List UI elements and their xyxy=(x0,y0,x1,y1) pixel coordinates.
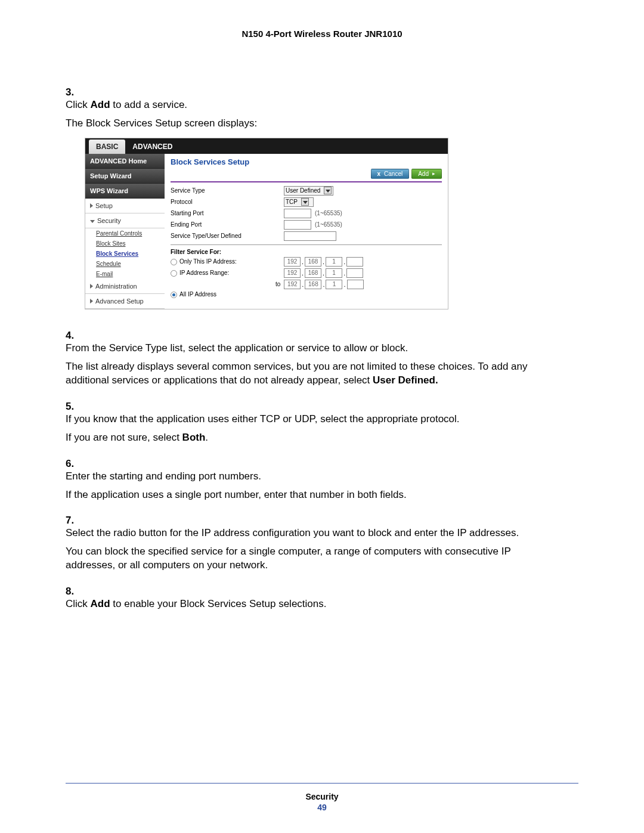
block-services-screenshot: BASIC ADVANCED ADVANCED Home Setup Wizar… xyxy=(85,138,448,309)
label-starting-port: Starting Port xyxy=(171,210,284,216)
step-4: 4. From the Service Type list, select th… xyxy=(66,330,578,392)
row-only-this-ip: Only This IP Address: 192. 168. 1. xyxy=(171,257,442,267)
sidebar-sub-parental-controls[interactable]: Parental Controls xyxy=(85,228,165,239)
ending-port-input[interactable] xyxy=(284,220,311,230)
chevron-right-icon xyxy=(90,203,93,208)
step-6: 6. Enter the starting and ending port nu… xyxy=(66,458,578,507)
sidebar-sub-schedule[interactable]: Schedule xyxy=(85,259,165,269)
sidebar-item-setup[interactable]: Setup xyxy=(85,199,165,213)
ip-octet-input[interactable]: 192 xyxy=(284,280,301,289)
step-text: If the application uses a single port nu… xyxy=(66,488,561,502)
instruction-list: 3. Click Add to add a service. The Block… xyxy=(66,86,578,616)
hint-starting-port: (1~65535) xyxy=(315,210,342,216)
add-button[interactable]: Add ▸ xyxy=(411,169,442,179)
sidebar-item-wps-wizard[interactable]: WPS Wizard xyxy=(85,184,165,199)
step-text: From the Service Type list, select the a… xyxy=(66,342,561,355)
step-number: 6. xyxy=(66,458,81,470)
step-number: 7. xyxy=(66,515,81,527)
starting-port-input[interactable] xyxy=(284,209,311,218)
row-service-type: Service Type User Defined xyxy=(171,186,442,196)
ip-octet-input[interactable]: 1 xyxy=(326,268,342,278)
sidebar-item-security[interactable]: Security xyxy=(85,213,165,228)
dropdown-icon xyxy=(301,198,309,206)
step-text: You can block the specified service for … xyxy=(66,545,561,572)
label-all-ip: All IP Address xyxy=(179,291,216,298)
step-text: Enter the starting and ending port numbe… xyxy=(66,470,561,484)
panel-toolbar: x Cancel Add ▸ xyxy=(171,169,442,179)
label-only-this-ip: Only This IP Address: xyxy=(179,258,237,265)
page-footer: Security 49 xyxy=(66,792,578,812)
sidebar-item-advanced-home[interactable]: ADVANCED Home xyxy=(85,154,165,169)
panel-title: Block Services Setup xyxy=(171,157,442,166)
radio-all-ip[interactable] xyxy=(171,292,177,298)
ip-octet-input[interactable]: 168 xyxy=(305,268,321,278)
divider xyxy=(171,244,442,245)
tab-advanced[interactable]: ADVANCED xyxy=(125,140,179,154)
step-text: Click Add to enable your Block Services … xyxy=(66,597,561,611)
sidebar: ADVANCED Home Setup Wizard WPS Wizard Se… xyxy=(85,154,165,309)
sidebar-sub-block-services[interactable]: Block Services xyxy=(85,249,165,259)
ip-octet-input[interactable]: 1 xyxy=(326,257,342,267)
sidebar-sub-email[interactable]: E-mail xyxy=(85,269,165,279)
footer-divider xyxy=(66,783,578,784)
row-ending-port: Ending Port (1~65535) xyxy=(171,220,442,230)
footer-page-number: 49 xyxy=(66,803,578,812)
radio-ip-range[interactable] xyxy=(171,270,177,277)
label-service-type: Service Type xyxy=(171,187,284,194)
label-ip-range: IP Address Range: xyxy=(179,270,229,276)
protocol-select[interactable]: TCP xyxy=(284,197,314,207)
step-3: 3. Click Add to add a service. The Block… xyxy=(66,86,578,321)
ip-octet-input[interactable] xyxy=(346,257,363,267)
divider xyxy=(171,181,442,182)
step-text: Select the radio button for the IP addre… xyxy=(66,527,561,540)
step-5: 5. If you know that the application uses… xyxy=(66,401,578,450)
step-text: If you are not sure, select Both. xyxy=(66,431,561,445)
label-to: to xyxy=(275,281,280,287)
step-number: 8. xyxy=(66,586,81,597)
ip-octet-input[interactable]: 192 xyxy=(284,268,301,278)
sidebar-item-advanced-setup[interactable]: Advanced Setup xyxy=(85,294,165,309)
step-number: 4. xyxy=(66,330,81,342)
tab-basic[interactable]: BASIC xyxy=(89,140,125,154)
ip-octet-input[interactable]: 192 xyxy=(284,257,301,267)
tab-bar: BASIC ADVANCED xyxy=(85,138,448,154)
document-header: N150 4-Port Wireless Router JNR1010 xyxy=(66,29,578,39)
step-7: 7. Select the radio button for the IP ad… xyxy=(66,515,578,577)
step-number: 3. xyxy=(66,86,81,98)
step-text: Click Add to add a service. xyxy=(66,98,561,112)
cancel-button[interactable]: x Cancel xyxy=(371,169,410,179)
sidebar-sub-block-sites[interactable]: Block Sites xyxy=(85,239,165,249)
row-ip-range: IP Address Range: 192. 168. 1. xyxy=(171,268,442,278)
ip-octet-input[interactable]: 168 xyxy=(305,280,321,289)
ip-octet-input[interactable]: 1 xyxy=(326,280,342,289)
row-starting-port: Starting Port (1~65535) xyxy=(171,209,442,218)
chevron-down-icon xyxy=(90,220,95,223)
user-defined-input[interactable] xyxy=(284,231,336,241)
footer-section: Security xyxy=(66,792,578,801)
row-protocol: Protocol TCP xyxy=(171,197,442,207)
step-8: 8. Click Add to enable your Block Servic… xyxy=(66,586,578,616)
row-all-ip: All IP Address xyxy=(171,291,442,298)
chevron-right-icon xyxy=(90,299,93,304)
label-protocol: Protocol xyxy=(171,199,284,205)
step-text: If you know that the application uses ei… xyxy=(66,413,561,426)
sidebar-item-administration[interactable]: Administration xyxy=(85,279,165,294)
dropdown-icon xyxy=(324,187,332,194)
row-user-defined: Service Type/User Defined xyxy=(171,231,442,241)
service-type-select[interactable]: User Defined xyxy=(284,186,333,196)
label-user-defined: Service Type/User Defined xyxy=(171,233,284,239)
radio-only-this-ip[interactable] xyxy=(171,259,177,265)
ip-octet-input[interactable] xyxy=(347,280,364,289)
hint-ending-port: (1~65535) xyxy=(315,221,342,228)
close-icon: x xyxy=(377,171,381,177)
label-ending-port: Ending Port xyxy=(171,221,284,228)
sidebar-item-setup-wizard[interactable]: Setup Wizard xyxy=(85,169,165,184)
chevron-right-icon xyxy=(90,284,93,289)
ip-octet-input[interactable] xyxy=(346,268,363,278)
ip-octet-input[interactable]: 168 xyxy=(305,257,321,267)
step-text: The list already displays several common… xyxy=(66,360,561,388)
filter-heading: Filter Service For: xyxy=(171,249,442,255)
row-ip-range-to: to 192. 168. 1. xyxy=(171,280,442,289)
step-number: 5. xyxy=(66,401,81,413)
step-text: The Block Services Setup screen displays… xyxy=(66,117,561,131)
